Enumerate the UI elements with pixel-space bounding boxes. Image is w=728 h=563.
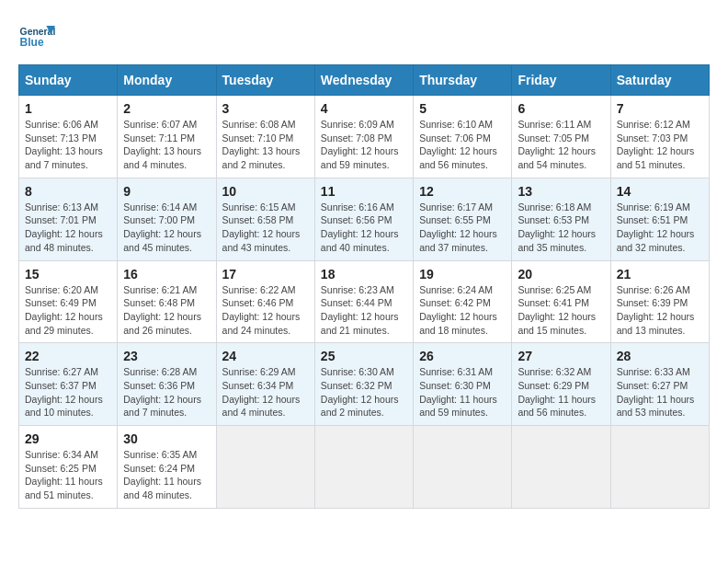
day-number: 12 [419, 184, 506, 199]
day-info: Sunrise: 6:35 AMSunset: 6:24 PMDaylight:… [123, 448, 210, 502]
day-number: 13 [518, 184, 604, 199]
weekday-header-friday: Friday [512, 65, 610, 96]
day-number: 16 [123, 267, 210, 282]
day-cell-6: 6Sunrise: 6:11 AMSunset: 7:05 PMDaylight… [512, 96, 610, 178]
day-number: 11 [321, 184, 407, 199]
day-info: Sunrise: 6:29 AMSunset: 6:34 PMDaylight:… [222, 365, 309, 419]
day-number: 20 [518, 267, 604, 282]
day-info: Sunrise: 6:34 AMSunset: 6:25 PMDaylight:… [25, 448, 111, 502]
empty-cell [414, 426, 512, 509]
day-info: Sunrise: 6:18 AMSunset: 6:53 PMDaylight:… [518, 201, 604, 255]
day-cell-3: 3Sunrise: 6:08 AMSunset: 7:10 PMDaylight… [216, 96, 314, 178]
day-info: Sunrise: 6:14 AMSunset: 7:00 PMDaylight:… [123, 201, 210, 255]
day-info: Sunrise: 6:27 AMSunset: 6:37 PMDaylight:… [25, 365, 111, 419]
day-number: 29 [25, 431, 111, 446]
day-cell-27: 27Sunrise: 6:32 AMSunset: 6:29 PMDayligh… [512, 343, 610, 426]
day-info: Sunrise: 6:25 AMSunset: 6:41 PMDaylight:… [518, 283, 604, 338]
day-info: Sunrise: 6:22 AMSunset: 6:46 PMDaylight:… [222, 283, 309, 338]
day-cell-17: 17Sunrise: 6:22 AMSunset: 6:46 PMDayligh… [216, 260, 314, 343]
day-info: Sunrise: 6:33 AMSunset: 6:27 PMDaylight:… [617, 365, 703, 419]
day-info: Sunrise: 6:26 AMSunset: 6:39 PMDaylight:… [617, 283, 703, 338]
day-cell-14: 14Sunrise: 6:19 AMSunset: 6:51 PMDayligh… [610, 178, 709, 260]
day-number: 28 [617, 349, 703, 363]
day-cell-4: 4Sunrise: 6:09 AMSunset: 7:08 PMDaylight… [314, 96, 413, 178]
empty-cell [610, 426, 709, 509]
calendar-row: 22Sunrise: 6:27 AMSunset: 6:37 PMDayligh… [19, 343, 710, 426]
svg-text:Blue: Blue [20, 36, 44, 49]
day-number: 10 [222, 184, 309, 199]
day-cell-13: 13Sunrise: 6:18 AMSunset: 6:53 PMDayligh… [512, 178, 610, 260]
day-info: Sunrise: 6:06 AMSunset: 7:13 PMDaylight:… [25, 118, 111, 172]
calendar-row: 8Sunrise: 6:13 AMSunset: 7:01 PMDaylight… [19, 178, 710, 260]
day-cell-2: 2Sunrise: 6:07 AMSunset: 7:11 PMDaylight… [118, 96, 216, 178]
day-cell-23: 23Sunrise: 6:28 AMSunset: 6:36 PMDayligh… [118, 343, 216, 426]
day-cell-30: 30Sunrise: 6:35 AMSunset: 6:24 PMDayligh… [118, 426, 216, 509]
day-number: 26 [419, 349, 506, 363]
day-cell-7: 7Sunrise: 6:12 AMSunset: 7:03 PMDaylight… [610, 96, 709, 178]
day-info: Sunrise: 6:09 AMSunset: 7:08 PMDaylight:… [321, 118, 407, 172]
day-info: Sunrise: 6:17 AMSunset: 6:55 PMDaylight:… [419, 201, 506, 255]
day-number: 9 [123, 184, 210, 199]
day-cell-28: 28Sunrise: 6:33 AMSunset: 6:27 PMDayligh… [610, 343, 709, 426]
weekday-header-wednesday: Wednesday [314, 65, 413, 96]
day-info: Sunrise: 6:07 AMSunset: 7:11 PMDaylight:… [123, 118, 210, 172]
day-cell-8: 8Sunrise: 6:13 AMSunset: 7:01 PMDaylight… [19, 178, 118, 260]
day-cell-21: 21Sunrise: 6:26 AMSunset: 6:39 PMDayligh… [610, 260, 709, 343]
day-cell-10: 10Sunrise: 6:15 AMSunset: 6:58 PMDayligh… [216, 178, 314, 260]
day-number: 3 [222, 101, 309, 116]
day-info: Sunrise: 6:13 AMSunset: 7:01 PMDaylight:… [25, 201, 111, 255]
day-number: 8 [25, 184, 111, 199]
calendar-row: 29Sunrise: 6:34 AMSunset: 6:25 PMDayligh… [19, 426, 710, 509]
logo: General Blue [18, 18, 59, 55]
day-number: 17 [222, 267, 309, 282]
day-info: Sunrise: 6:10 AMSunset: 7:06 PMDaylight:… [419, 118, 506, 172]
calendar-table: SundayMondayTuesdayWednesdayThursdayFrid… [18, 64, 710, 509]
day-cell-5: 5Sunrise: 6:10 AMSunset: 7:06 PMDaylight… [414, 96, 512, 178]
day-info: Sunrise: 6:08 AMSunset: 7:10 PMDaylight:… [222, 118, 309, 172]
day-cell-9: 9Sunrise: 6:14 AMSunset: 7:00 PMDaylight… [118, 178, 216, 260]
day-cell-15: 15Sunrise: 6:20 AMSunset: 6:49 PMDayligh… [19, 260, 118, 343]
day-number: 4 [321, 101, 407, 116]
day-number: 21 [617, 267, 703, 282]
empty-cell [314, 426, 413, 509]
day-cell-29: 29Sunrise: 6:34 AMSunset: 6:25 PMDayligh… [19, 426, 118, 509]
day-cell-12: 12Sunrise: 6:17 AMSunset: 6:55 PMDayligh… [414, 178, 512, 260]
weekday-header-sunday: Sunday [19, 65, 118, 96]
day-info: Sunrise: 6:12 AMSunset: 7:03 PMDaylight:… [617, 118, 703, 172]
day-info: Sunrise: 6:16 AMSunset: 6:56 PMDaylight:… [321, 201, 407, 255]
day-number: 22 [25, 349, 111, 363]
weekday-header-row: SundayMondayTuesdayWednesdayThursdayFrid… [19, 65, 710, 96]
day-cell-24: 24Sunrise: 6:29 AMSunset: 6:34 PMDayligh… [216, 343, 314, 426]
day-number: 30 [123, 431, 210, 446]
day-info: Sunrise: 6:11 AMSunset: 7:05 PMDaylight:… [518, 118, 604, 172]
day-number: 23 [123, 349, 210, 363]
day-number: 19 [419, 267, 506, 282]
day-number: 27 [518, 349, 604, 363]
day-info: Sunrise: 6:24 AMSunset: 6:42 PMDaylight:… [419, 283, 506, 338]
day-cell-20: 20Sunrise: 6:25 AMSunset: 6:41 PMDayligh… [512, 260, 610, 343]
day-info: Sunrise: 6:21 AMSunset: 6:48 PMDaylight:… [123, 283, 210, 338]
day-number: 7 [617, 101, 703, 116]
day-cell-18: 18Sunrise: 6:23 AMSunset: 6:44 PMDayligh… [314, 260, 413, 343]
day-number: 5 [419, 101, 506, 116]
day-number: 6 [518, 101, 604, 116]
weekday-header-saturday: Saturday [610, 65, 709, 96]
day-cell-26: 26Sunrise: 6:31 AMSunset: 6:30 PMDayligh… [414, 343, 512, 426]
day-cell-25: 25Sunrise: 6:30 AMSunset: 6:32 PMDayligh… [314, 343, 413, 426]
weekday-header-tuesday: Tuesday [216, 65, 314, 96]
day-number: 14 [617, 184, 703, 199]
weekday-header-thursday: Thursday [414, 65, 512, 96]
day-info: Sunrise: 6:23 AMSunset: 6:44 PMDaylight:… [321, 283, 407, 338]
day-cell-19: 19Sunrise: 6:24 AMSunset: 6:42 PMDayligh… [414, 260, 512, 343]
day-info: Sunrise: 6:30 AMSunset: 6:32 PMDaylight:… [321, 365, 407, 419]
day-cell-22: 22Sunrise: 6:27 AMSunset: 6:37 PMDayligh… [19, 343, 118, 426]
day-number: 1 [25, 101, 111, 116]
weekday-header-monday: Monday [118, 65, 216, 96]
day-info: Sunrise: 6:28 AMSunset: 6:36 PMDaylight:… [123, 365, 210, 419]
empty-cell [512, 426, 610, 509]
day-number: 18 [321, 267, 407, 282]
empty-cell [216, 426, 314, 509]
day-number: 25 [321, 349, 407, 363]
calendar-row: 15Sunrise: 6:20 AMSunset: 6:49 PMDayligh… [19, 260, 710, 343]
day-number: 2 [123, 101, 210, 116]
